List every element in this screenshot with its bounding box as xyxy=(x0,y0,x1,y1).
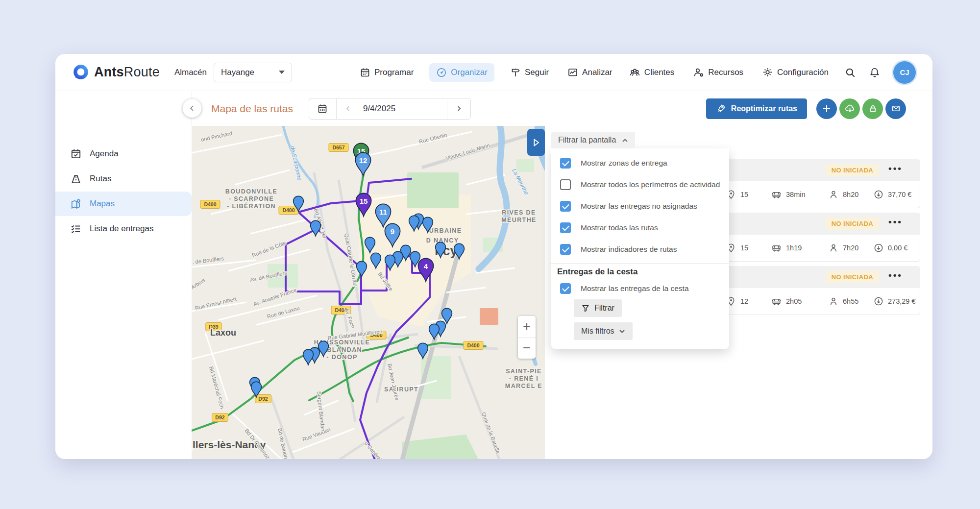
lock-icon xyxy=(868,103,878,114)
route-card-stats: 15 1h19 7h20 0,00 € xyxy=(715,235,920,262)
checkbox-checked-icon[interactable] xyxy=(560,244,571,255)
funnel-icon xyxy=(581,304,590,313)
user-avatar[interactable]: CJ xyxy=(893,61,916,84)
nav-recursos[interactable]: Recursos xyxy=(690,63,746,82)
van-icon xyxy=(771,296,782,307)
filter-checkbox-mostrar-las-entregas-no-asignadas[interactable]: Mostrar las entregas no asignadas xyxy=(556,195,722,217)
map-area-label: RIVES DEMEURTHE xyxy=(501,209,537,223)
map-pin-number: 15 xyxy=(360,197,368,205)
expand-panel-button[interactable] xyxy=(527,129,545,156)
nav-tab-seguir[interactable]: Seguir xyxy=(507,63,552,82)
road-badge: D400 xyxy=(464,341,483,350)
svg-text:D400: D400 xyxy=(282,207,294,213)
route-card[interactable]: NO INICIADA ••• 15 1h19 xyxy=(715,213,920,262)
status-badge: NO INICIADA xyxy=(826,164,879,176)
map-pin-map-icon xyxy=(70,198,82,210)
checkbox-checked-icon[interactable] xyxy=(560,222,571,233)
chevron-right-icon xyxy=(455,105,463,112)
filter-checkbox-mostrar-indicadores-de-rutas[interactable]: Mostrar indicadores de rutas xyxy=(556,239,722,260)
notifications-button[interactable] xyxy=(869,67,881,78)
send-email-button[interactable] xyxy=(885,98,906,119)
map-canvas[interactable]: D657D400D400D400D400D400D39D92D92 BOUDON… xyxy=(192,126,545,459)
filter-button[interactable]: Filtrar xyxy=(574,299,622,317)
chart-icon xyxy=(567,67,578,78)
nav-tab-analizar[interactable]: Analizar xyxy=(564,63,615,82)
warehouse-select[interactable]: Hayange xyxy=(214,63,292,82)
nav-tab-programar[interactable]: Programar xyxy=(357,63,416,82)
card-menu-button[interactable]: ••• xyxy=(888,217,903,227)
map-pin-number: 4 xyxy=(424,262,428,270)
divider xyxy=(551,263,729,264)
date-value[interactable]: 9/4/2025 xyxy=(363,104,395,114)
duration-stat: 6h55 xyxy=(829,288,858,315)
filter-toggle-label: Filtrar la pantalla xyxy=(558,136,616,145)
zoom-in-button[interactable]: + xyxy=(518,316,536,337)
drive-time-stat: 2h05 xyxy=(771,288,802,315)
lock-routes-button[interactable] xyxy=(862,98,883,119)
sidebar-item-label: Lista de entregas xyxy=(90,224,153,234)
sidebar-item-agenda[interactable]: Agenda xyxy=(55,142,192,166)
cloud-download-icon xyxy=(844,103,856,114)
nav-configuracion[interactable]: Configuración xyxy=(759,63,832,82)
page-title: Mapa de las rutas xyxy=(211,103,293,115)
filter-checkbox-mostrar-todas-las-rutas[interactable]: Mostrar todas las rutas xyxy=(556,217,722,239)
my-filters-label: Mis filtros xyxy=(581,327,614,336)
route-card-header: NO INICIADA ••• xyxy=(715,213,920,235)
filter-screen-toggle[interactable]: Filtrar la pantalla xyxy=(551,132,635,148)
drive-time-stat: 38min xyxy=(771,181,806,208)
filter-checkbox-mostrar-todos-los-per-metros-de-acti[interactable]: Mostrar todos los perímetros de activida… xyxy=(556,174,722,195)
calendar-picker-button[interactable] xyxy=(309,98,337,119)
my-filters-button[interactable]: Mis filtros xyxy=(574,322,633,340)
cost-stat: 37,70 € xyxy=(874,181,911,208)
export-cloud-button[interactable] xyxy=(839,98,860,119)
select-arrow-icon xyxy=(279,71,285,74)
triangle-right-icon xyxy=(531,137,541,148)
route-card[interactable]: NO INICIADA ••• 15 38min xyxy=(715,159,920,208)
add-button[interactable] xyxy=(816,98,837,119)
zoom-out-button[interactable]: − xyxy=(518,338,536,359)
checkbox-unchecked-icon[interactable] xyxy=(560,179,571,190)
card-menu-button[interactable]: ••• xyxy=(888,163,903,174)
checkbox-label: Mostrar todas las rutas xyxy=(581,223,658,232)
map-pin-number: 9 xyxy=(391,227,394,236)
checkbox-checked-icon[interactable] xyxy=(560,158,571,169)
nav-clientes[interactable]: Clientes xyxy=(626,63,677,82)
card-menu-button[interactable]: ••• xyxy=(888,270,903,281)
van-icon xyxy=(771,190,782,200)
previous-day-button[interactable] xyxy=(337,98,360,119)
map-city-label: Laxou xyxy=(210,328,236,338)
nav-tab-organizar[interactable]: Organizar xyxy=(429,63,494,82)
routes-map[interactable]: D657D400D400D400D400D400D39D92D92 BOUDON… xyxy=(192,126,545,459)
map-zoom-control: + − xyxy=(518,316,536,359)
map-area-label: SAURUPT xyxy=(384,386,418,393)
calendar-check-icon xyxy=(70,148,82,160)
sidebar-item-lista-de-entregas[interactable]: Lista de entregas xyxy=(55,217,192,241)
checkbox-checked-icon[interactable] xyxy=(560,283,571,294)
desktop-background: AntsRoute Almacén Hayange Programar Orga… xyxy=(0,0,980,509)
amount-value: 37,70 € xyxy=(888,191,911,198)
sidebar-item-mapas[interactable]: Mapas xyxy=(55,192,192,216)
drive-time-value: 38min xyxy=(786,191,806,198)
date-picker: 9/4/2025 xyxy=(309,98,471,120)
collapse-sidebar-button[interactable] xyxy=(183,99,201,118)
search-button[interactable] xyxy=(844,67,856,78)
map-area-label: BOUDONVILLE- SCARPONE- LIBÉRATION xyxy=(225,188,277,210)
chevron-left-icon xyxy=(344,105,352,112)
driver-icon xyxy=(829,243,838,253)
content-header: Mapa de las rutas 9/4/2025 Reoptimizar r… xyxy=(192,91,932,126)
antsroute-logo[interactable]: AntsRoute xyxy=(72,64,160,81)
nav-tab-label: Organizar xyxy=(451,68,488,77)
checkbox-label: Mostrar zonas de entrega xyxy=(581,159,667,168)
basket-checkbox-list: Mostrar las entregas de la cesta xyxy=(556,278,722,299)
checkbox-checked-icon[interactable] xyxy=(560,201,571,212)
filter-checkbox-mostrar-las-entregas-de-la-cesta[interactable]: Mostrar las entregas de la cesta xyxy=(556,278,722,299)
route-card[interactable]: NO INICIADA ••• 12 2h05 xyxy=(715,266,920,315)
signpost-icon xyxy=(510,67,521,78)
next-day-button[interactable] xyxy=(447,98,470,119)
reoptimize-routes-button[interactable]: Reoptimizar rutas xyxy=(706,98,807,119)
road-badge: D92 xyxy=(212,413,228,422)
filter-checkbox-mostrar-zonas-de-entrega[interactable]: Mostrar zonas de entrega xyxy=(556,152,722,174)
sidebar-item-rutas[interactable]: Rutas xyxy=(55,167,192,191)
nav-tab-label: Programar xyxy=(374,68,414,77)
svg-text:D400: D400 xyxy=(204,201,216,207)
